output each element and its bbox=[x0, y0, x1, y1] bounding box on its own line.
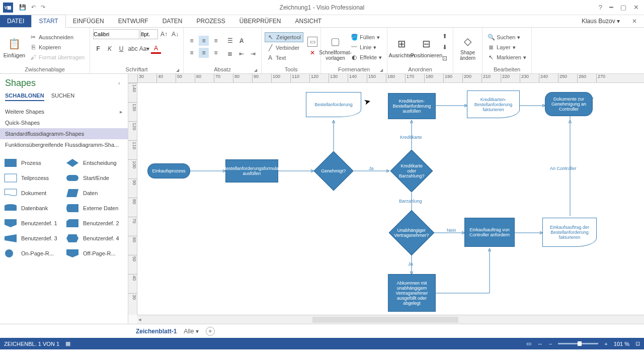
tab-search[interactable]: SUCHEN bbox=[51, 93, 74, 101]
shape-database[interactable]: Datenbank bbox=[2, 201, 64, 216]
underline-icon[interactable]: U bbox=[116, 44, 126, 54]
group-icon[interactable]: ⊡ bbox=[440, 53, 450, 63]
tab-templates[interactable]: SCHABLONEN bbox=[5, 93, 44, 101]
zoom-out-icon[interactable]: − bbox=[549, 341, 552, 347]
delete-icon[interactable]: ✕ bbox=[307, 48, 317, 58]
presentation-icon[interactable]: ▭ bbox=[526, 340, 531, 347]
bold-icon[interactable]: F bbox=[93, 44, 103, 54]
rectangle-icon[interactable]: ▭ bbox=[307, 37, 317, 47]
undo-icon[interactable]: ↶ bbox=[31, 4, 36, 11]
line-button[interactable]: 〰Linie ▾ bbox=[349, 43, 384, 52]
select-button[interactable]: ↖Markieren ▾ bbox=[486, 53, 528, 62]
shape-ud3[interactable]: Benutzerdef. 3 bbox=[2, 231, 64, 246]
collapse-panel-icon[interactable]: ‹ bbox=[118, 80, 120, 86]
tab-file[interactable]: DATEI bbox=[0, 15, 31, 27]
strike-icon[interactable]: abc bbox=[128, 44, 138, 54]
tab-start[interactable]: START bbox=[31, 15, 65, 28]
close-icon[interactable]: ✕ bbox=[633, 4, 639, 11]
node-agreement[interactable]: Abkommen mit unabhängigem Vertragsnehmer… bbox=[388, 274, 436, 312]
layer-button[interactable]: ≣Layer ▾ bbox=[486, 43, 528, 52]
minimize-icon[interactable]: ━ bbox=[609, 4, 613, 11]
connector-tool-button[interactable]: ╱Verbinder bbox=[265, 43, 303, 52]
pointer-tool-button[interactable]: ↖Zeigertool bbox=[265, 32, 303, 42]
cat-standard-flowchart[interactable]: Standardflussdiagramm-Shapes bbox=[0, 128, 128, 139]
format-painter-button[interactable]: 🖌Format übertragen bbox=[28, 53, 87, 62]
case-icon[interactable]: Aa▾ bbox=[139, 44, 149, 54]
quick-styles-button[interactable]: ▢Schnellformat-vorlagen bbox=[324, 31, 347, 64]
align-right-icon[interactable]: ≡ bbox=[211, 48, 221, 58]
shape-ud2[interactable]: Benutzerdef. 2 bbox=[64, 216, 126, 231]
redo-icon[interactable]: ↷ bbox=[41, 4, 45, 11]
zoom-level[interactable]: 101 % bbox=[614, 341, 629, 347]
user-menu[interactable]: Klaus Buzov ▾ bbox=[577, 15, 625, 27]
node-docs[interactable]: Dokumente zur Genehmigung an Controller bbox=[545, 92, 593, 116]
node-form[interactable]: Bestellanforderungsformular ausfüllen bbox=[225, 159, 278, 183]
node-ccinv[interactable]: Kreditkarten-Bestellanforderung fakturie… bbox=[467, 90, 520, 118]
maximize-icon[interactable]: ▢ bbox=[620, 4, 626, 11]
dialog-launcher-icon[interactable]: ◢ bbox=[176, 68, 179, 72]
shape-document[interactable]: Dokument bbox=[2, 186, 64, 201]
help-icon[interactable]: ? bbox=[599, 4, 602, 11]
horizontal-scrollbar[interactable]: ◂ bbox=[137, 315, 644, 324]
indent-inc-icon[interactable]: ⇥ bbox=[248, 49, 258, 59]
dialog-launcher-icon[interactable]: ◢ bbox=[254, 68, 257, 72]
cat-quick-shapes[interactable]: Quick-Shapes bbox=[0, 117, 128, 128]
node-poinv[interactable]: Einkaufsauftrag der Bestellanforderung f… bbox=[542, 218, 597, 247]
add-page-button[interactable]: + bbox=[206, 327, 215, 336]
font-color-icon[interactable]: A bbox=[151, 44, 161, 54]
cat-cross-functional[interactable]: Funktionsübergreifende Flussdiagramm-Sha… bbox=[0, 139, 128, 150]
align-left-icon[interactable]: ≡ bbox=[187, 48, 197, 58]
node-ccfill[interactable]: Kreditkarten-Bestellanforderung ausfülle… bbox=[388, 93, 436, 119]
position-button[interactable]: ⊟Positionieren bbox=[415, 31, 438, 64]
find-button[interactable]: 🔍Suchen ▾ bbox=[486, 33, 528, 42]
indent-dec-icon[interactable]: ⇤ bbox=[236, 49, 247, 59]
change-shape-button[interactable]: ◇Shape ändern bbox=[456, 31, 479, 64]
macro-icon[interactable]: ▦ bbox=[65, 340, 70, 347]
shape-offpage[interactable]: Off-Page-R... bbox=[64, 246, 126, 261]
shape-extdata[interactable]: Externe Daten bbox=[64, 201, 126, 216]
node-request[interactable]: Bestellanforderung bbox=[306, 92, 361, 117]
shrink-font-icon[interactable]: A↓ bbox=[170, 29, 180, 39]
cut-button[interactable]: ✂Ausschneiden bbox=[28, 33, 87, 42]
tab-data[interactable]: DATEN bbox=[155, 15, 190, 27]
shape-subprocess[interactable]: Teilprozess bbox=[2, 170, 64, 186]
send-back-icon[interactable]: ⬇ bbox=[440, 42, 450, 52]
save-icon[interactable]: 💾 bbox=[19, 4, 26, 11]
node-ccpay[interactable]: Kreditkarte oder Barzahlung? bbox=[390, 150, 433, 193]
shape-ud4[interactable]: Benutzerdef. 4 bbox=[64, 231, 126, 246]
shape-process[interactable]: Prozess bbox=[2, 155, 64, 170]
bullets-icon[interactable]: ☰ bbox=[225, 36, 235, 46]
shape-startend[interactable]: Start/Ende bbox=[64, 170, 126, 186]
text-tool-button[interactable]: AText bbox=[265, 53, 303, 62]
justify-icon[interactable]: ≣ bbox=[225, 49, 235, 59]
collapse-ribbon-icon[interactable]: ✕ bbox=[625, 15, 644, 27]
align-center-icon[interactable]: ≡ bbox=[199, 48, 209, 58]
grow-font-icon[interactable]: A↑ bbox=[159, 29, 169, 39]
fit-width-icon[interactable]: ↔ bbox=[537, 341, 543, 347]
shape-data[interactable]: Daten bbox=[64, 186, 126, 201]
align-top-center-icon[interactable]: ≡ bbox=[199, 36, 209, 46]
tab-view[interactable]: ANSICHT bbox=[288, 15, 329, 27]
paste-button[interactable]: 📋Einfügen bbox=[3, 31, 26, 64]
align-button[interactable]: ⊞Ausrichten bbox=[390, 31, 413, 64]
node-indep[interactable]: Unabhängiger Vertragsnehmer? bbox=[389, 210, 435, 256]
italic-icon[interactable]: K bbox=[105, 44, 115, 54]
tab-design[interactable]: ENTWURF bbox=[111, 15, 155, 27]
node-reqpo[interactable]: Einkaufsauftrag von Controller anfordern bbox=[464, 218, 515, 247]
align-top-right-icon[interactable]: ≡ bbox=[211, 36, 221, 46]
dialog-launcher-icon[interactable]: ◢ bbox=[380, 68, 383, 72]
tab-insert[interactable]: EINFÜGEN bbox=[66, 15, 111, 27]
fit-page-icon[interactable]: ⊡ bbox=[635, 340, 640, 347]
zoom-slider[interactable] bbox=[558, 343, 598, 344]
node-approved[interactable]: Genehmigt? bbox=[313, 151, 353, 191]
tab-review[interactable]: ÜBERPRÜFEN bbox=[232, 15, 288, 27]
zoom-in-icon[interactable]: + bbox=[604, 341, 607, 347]
tab-process[interactable]: PROZESS bbox=[189, 15, 232, 27]
fill-button[interactable]: 🪣Füllen ▾ bbox=[349, 33, 384, 42]
pages-all[interactable]: Alle ▾ bbox=[184, 328, 198, 335]
shape-ud1[interactable]: Benutzerdef. 1 bbox=[2, 216, 64, 231]
shape-decision[interactable]: Entscheidung bbox=[64, 155, 126, 170]
shape-onpage[interactable]: On-Page-R... bbox=[2, 246, 64, 261]
bring-front-icon[interactable]: ⬆ bbox=[440, 31, 450, 41]
drawing-canvas[interactable]: ➤ Einkaufsprozess Bestellanforderungsf bbox=[137, 83, 644, 315]
